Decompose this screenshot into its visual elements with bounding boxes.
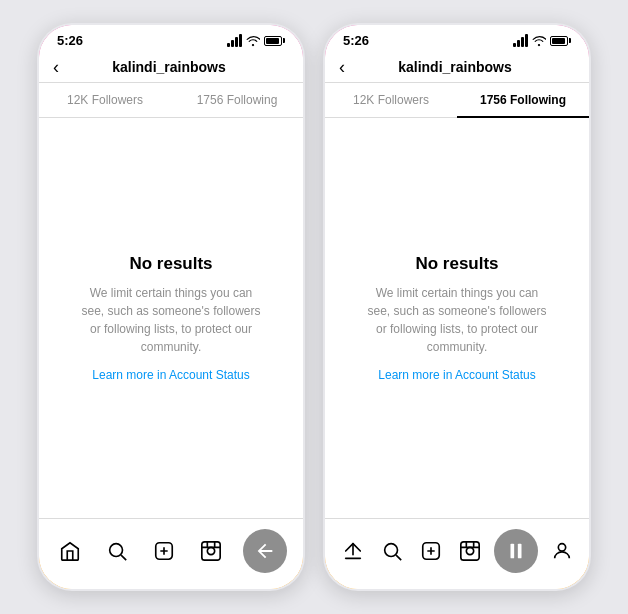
phone-right: 5:26 <box>322 22 592 592</box>
svg-line-11 <box>396 555 401 560</box>
reels-icon-left[interactable] <box>196 536 226 566</box>
battery-icon-left <box>264 36 285 46</box>
svg-line-1 <box>121 555 126 560</box>
reels-icon-right[interactable] <box>455 536 485 566</box>
search-icon-left[interactable] <box>102 536 132 566</box>
add-icon-left[interactable] <box>149 536 179 566</box>
phone-left-inner: 5:26 <box>39 25 303 589</box>
nav-bar-right: ‹ kalindi_rainbows <box>325 52 589 83</box>
svg-rect-5 <box>202 542 220 560</box>
content-left: No results We limit certain things you c… <box>39 118 303 518</box>
tab-following-right[interactable]: 1756 Following <box>457 83 589 117</box>
back-action-icon-left[interactable] <box>243 529 287 573</box>
tabs-left: 12K Followers 1756 Following <box>39 83 303 118</box>
profile-icon-right[interactable] <box>547 536 577 566</box>
phone-right-inner: 5:26 <box>325 25 589 589</box>
svg-point-0 <box>110 544 123 557</box>
svg-rect-21 <box>517 544 521 559</box>
home-icon-left[interactable] <box>55 536 85 566</box>
bottom-nav-right <box>325 518 589 589</box>
tab-followers-right[interactable]: 12K Followers <box>325 83 457 117</box>
svg-rect-15 <box>460 542 478 560</box>
svg-point-10 <box>384 544 397 557</box>
status-icons-left <box>227 34 285 47</box>
content-right: No results We limit certain things you c… <box>325 118 589 518</box>
no-results-title-left: No results <box>129 254 212 274</box>
wifi-icon-left <box>246 35 260 47</box>
phone-left: 5:26 <box>36 22 306 592</box>
nav-bar-left: ‹ kalindi_rainbows <box>39 52 303 83</box>
signal-icon-right <box>513 34 528 47</box>
wifi-icon-right <box>532 35 546 47</box>
search-icon-right[interactable] <box>377 536 407 566</box>
learn-more-right[interactable]: Learn more in Account Status <box>378 368 535 382</box>
share-icon-right[interactable] <box>338 536 368 566</box>
svg-point-16 <box>466 547 473 554</box>
learn-more-left[interactable]: Learn more in Account Status <box>92 368 249 382</box>
battery-icon-right <box>550 36 571 46</box>
svg-point-6 <box>207 547 214 554</box>
no-results-title-right: No results <box>415 254 498 274</box>
status-bar-right: 5:26 <box>325 25 589 52</box>
back-button-left[interactable]: ‹ <box>53 58 59 76</box>
no-results-desc-left: We limit certain things you can see, suc… <box>81 284 261 356</box>
svg-rect-20 <box>510 544 514 559</box>
signal-icon-left <box>227 34 242 47</box>
status-bar-left: 5:26 <box>39 25 303 52</box>
add-icon-right[interactable] <box>416 536 446 566</box>
back-button-right[interactable]: ‹ <box>339 58 345 76</box>
svg-point-22 <box>558 544 565 551</box>
tab-following-left[interactable]: 1756 Following <box>171 83 303 117</box>
nav-title-right: kalindi_rainbows <box>353 59 557 75</box>
bottom-nav-left <box>39 518 303 589</box>
status-icons-right <box>513 34 571 47</box>
pause-icon-right[interactable] <box>494 529 538 573</box>
status-time-right: 5:26 <box>343 33 369 48</box>
no-results-desc-right: We limit certain things you can see, suc… <box>367 284 547 356</box>
tab-followers-left[interactable]: 12K Followers <box>39 83 171 117</box>
tabs-right: 12K Followers 1756 Following <box>325 83 589 118</box>
nav-title-left: kalindi_rainbows <box>67 59 271 75</box>
status-time-left: 5:26 <box>57 33 83 48</box>
phones-container: 5:26 <box>16 2 612 612</box>
